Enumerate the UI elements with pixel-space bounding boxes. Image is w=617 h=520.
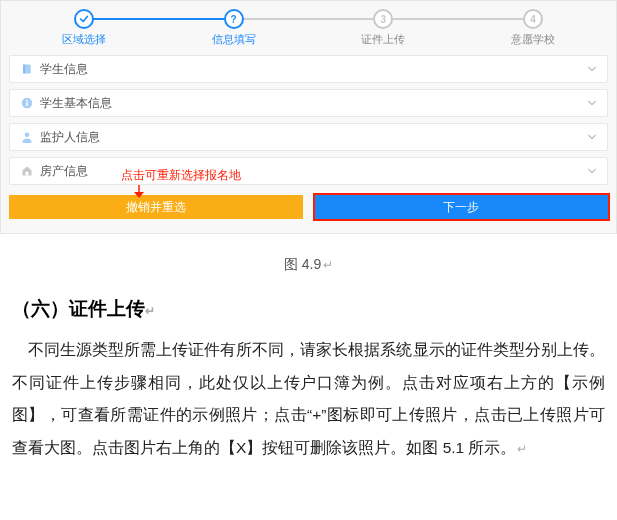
chevron-down-icon: [587, 94, 597, 112]
step-upload[interactable]: 3 证件上传: [309, 9, 459, 47]
step-bar: 区域选择 ? 信息填写 3 证件上传 4 意愿学校: [9, 9, 608, 47]
step-region[interactable]: 区域选择: [9, 9, 159, 47]
svg-rect-0: [23, 65, 25, 74]
card-title: 学生信息: [40, 62, 597, 77]
section-paragraph: 不同生源类型所需上传证件有所不同，请家长根据系统显示的证件类型分别上传。不同证件…: [12, 334, 605, 464]
step-label: 证件上传: [361, 32, 405, 47]
figure-caption: 图 4.9↵: [0, 256, 617, 274]
chevron-down-icon: [587, 60, 597, 78]
step-num: 4: [523, 9, 543, 29]
app-form-screenshot: 区域选择 ? 信息填写 3 证件上传 4 意愿学校 学生信息 学生基本信息: [0, 0, 617, 234]
step-school[interactable]: 4 意愿学校: [458, 9, 608, 47]
chevron-down-icon: [587, 162, 597, 180]
card-student-info[interactable]: 学生信息: [9, 55, 608, 83]
svg-rect-5: [26, 172, 29, 176]
step-label: 意愿学校: [511, 32, 555, 47]
card-property[interactable]: 房产信息: [9, 157, 608, 185]
home-icon: [20, 165, 34, 177]
card-title: 监护人信息: [40, 130, 597, 145]
svg-rect-3: [26, 100, 28, 102]
step-label: 区域选择: [62, 32, 106, 47]
card-student-basic[interactable]: 学生基本信息: [9, 89, 608, 117]
card-title: 学生基本信息: [40, 96, 597, 111]
chevron-down-icon: [587, 128, 597, 146]
info-icon: [20, 97, 34, 109]
section-heading: （六）证件上传↵: [12, 296, 605, 322]
next-button[interactable]: 下一步: [315, 195, 609, 219]
person-icon: [20, 131, 34, 143]
card-title: 房产信息: [40, 164, 597, 179]
reset-button[interactable]: 撤销并重选: [9, 195, 303, 219]
book-icon: [20, 63, 34, 75]
svg-rect-2: [26, 102, 28, 106]
step-info[interactable]: ? 信息填写: [159, 9, 309, 47]
step-num: 3: [373, 9, 393, 29]
svg-point-4: [25, 133, 30, 138]
card-guardian[interactable]: 监护人信息: [9, 123, 608, 151]
step-label: 信息填写: [212, 32, 256, 47]
